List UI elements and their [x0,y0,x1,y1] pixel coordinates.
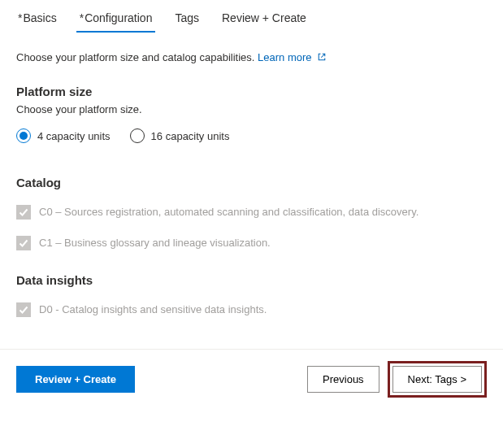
radio-4-capacity[interactable]: 4 capacity units [16,128,111,143]
checkmark-icon [18,304,29,315]
checkbox-label: D0 - Catalog insights and sensitive data… [39,302,267,318]
checkbox-label: C1 – Business glossary and lineage visua… [39,235,271,251]
tab-configuration[interactable]: *Configuration [68,7,164,33]
intro-text: Choose your platform size and catalog ca… [16,51,487,63]
radio-label: 16 capacity units [151,130,230,142]
catalog-title: Catalog [16,176,487,189]
learn-more-link[interactable]: Learn more [258,51,327,63]
tab-label: Configuration [85,11,152,24]
wizard-tabs: *Basics *Configuration Tags Review + Cre… [0,0,503,33]
checkmark-icon [18,237,29,249]
radio-label: 4 capacity units [37,130,111,142]
platform-size-title: Platform size [16,85,487,98]
next-tags-button[interactable]: Next: Tags > [392,366,482,393]
external-link-icon [317,52,327,62]
link-text: Learn more [258,51,311,63]
tab-label: Tags [175,11,199,24]
previous-button[interactable]: Previous [307,366,379,393]
required-asterisk: * [80,11,84,24]
catalog-section: Catalog C0 – Sources registration, autom… [16,176,487,250]
required-asterisk: * [18,11,22,24]
checkbox-icon [16,302,31,317]
intro-copy: Choose your platform size and catalog ca… [16,51,254,63]
tab-label: Basics [23,11,56,24]
checkmark-icon [18,207,29,218]
platform-size-sub: Choose your platform size. [16,103,487,115]
wizard-footer: Review + Create Previous Next: Tags > [0,349,503,409]
checkbox-label: C0 – Sources registration, automated sca… [39,204,418,220]
radio-dot-icon [20,132,28,140]
radio-16-capacity[interactable]: 16 capacity units [130,128,230,143]
radio-icon [16,128,31,143]
checkbox-c0: C0 – Sources registration, automated sca… [16,204,487,220]
tab-tags[interactable]: Tags [163,7,210,33]
review-create-button[interactable]: Review + Create [16,366,135,393]
data-insights-title: Data insights [16,273,487,287]
checkbox-c1: C1 – Business glossary and lineage visua… [16,235,487,251]
checkbox-icon [16,236,31,250]
checkbox-d0: D0 - Catalog insights and sensitive data… [16,302,487,318]
next-button-highlight: Next: Tags > [388,361,487,398]
radio-icon [130,128,145,143]
platform-size-section: Platform size Choose your platform size.… [16,85,487,143]
tab-basics[interactable]: *Basics [7,7,68,33]
data-insights-section: Data insights D0 - Catalog insights and … [16,273,487,318]
tab-review-create[interactable]: Review + Create [210,7,318,33]
tab-content: Choose your platform size and catalog ca… [0,33,503,349]
checkbox-icon [16,205,31,220]
tab-label: Review + Create [222,11,306,24]
platform-size-radio-group: 4 capacity units 16 capacity units [16,128,487,143]
